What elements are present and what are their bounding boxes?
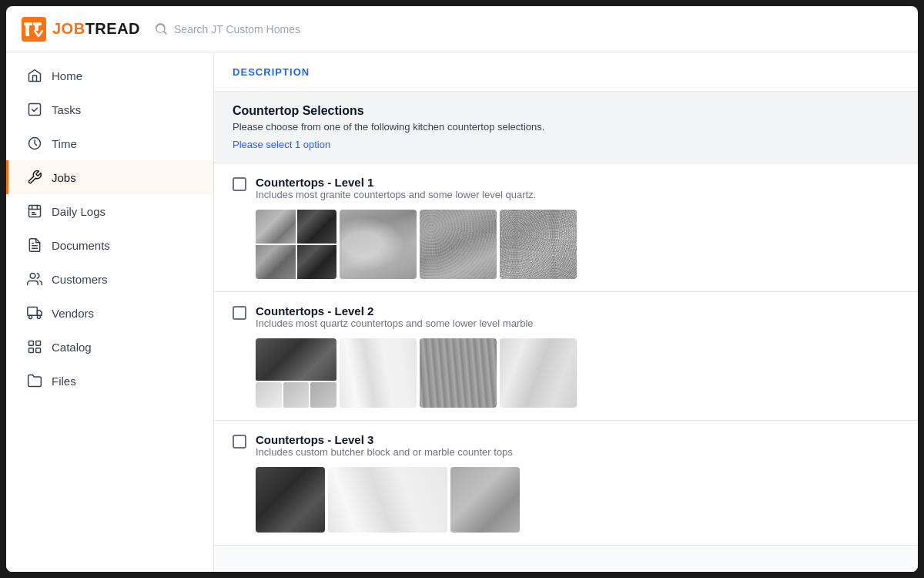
selection-section: Countertop Selections Please choose from…: [214, 92, 918, 163]
sidebar-item-catalog[interactable]: Catalog: [6, 330, 213, 364]
sidebar-label-files: Files: [52, 375, 76, 388]
svg-rect-15: [36, 341, 41, 346]
option-level3: Countertops - Level 3 Includes custom bu…: [214, 421, 918, 546]
marble3-image-3: [450, 467, 520, 533]
marble-image-2: [340, 338, 417, 408]
option-text-level1: Countertops - Level 1 Includes most gran…: [256, 176, 536, 200]
svg-rect-7: [29, 206, 41, 217]
documents-icon: [27, 237, 42, 253]
logo-text: JOBTREAD: [52, 20, 140, 38]
sidebar-label-tasks: Tasks: [52, 103, 81, 116]
sidebar-item-customers[interactable]: Customers: [6, 262, 213, 296]
image-grid-level3: [256, 467, 899, 533]
granite-image-4: [500, 210, 577, 279]
sidebar-label-catalog: Catalog: [52, 341, 92, 354]
granite-image-3: [420, 210, 497, 279]
sidebar-label-vendors: Vendors: [52, 307, 94, 320]
selection-subtitle: Please choose from one of the following …: [233, 121, 899, 133]
svg-rect-11: [28, 307, 38, 316]
option-desc-level3: Includes custom butcher block and or mar…: [256, 446, 513, 458]
svg-point-12: [29, 315, 32, 318]
content-header: DESCRIPTION: [214, 52, 918, 92]
sidebar-label-home: Home: [52, 69, 82, 82]
checkbox-level2[interactable]: [233, 306, 246, 320]
svg-rect-4: [33, 22, 42, 25]
sidebar-label-daily-logs: Daily Logs: [52, 205, 105, 218]
svg-rect-2: [24, 22, 32, 25]
sidebar-item-home[interactable]: Home: [6, 59, 213, 92]
logo-job: JOB: [52, 20, 85, 37]
option-title-level3: Countertops - Level 3: [256, 433, 513, 446]
svg-rect-0: [22, 17, 46, 42]
svg-rect-5: [29, 104, 41, 116]
catalog-icon: [27, 339, 42, 355]
time-icon: [27, 136, 42, 151]
option-desc-level2: Includes most quartz countertops and som…: [256, 318, 534, 329]
sidebar-item-vendors[interactable]: Vendors: [6, 296, 213, 330]
section-label: DESCRIPTION: [233, 66, 310, 78]
sidebar-item-documents[interactable]: Documents: [6, 228, 213, 262]
image-grid-level2: [256, 338, 899, 408]
logo: JOBTREAD: [22, 17, 140, 42]
svg-rect-17: [36, 348, 41, 353]
checkbox-level1[interactable]: [233, 177, 246, 191]
granite-image-1: [256, 210, 336, 279]
sidebar-label-jobs: Jobs: [52, 171, 76, 184]
option-text-level3: Countertops - Level 3 Includes custom bu…: [256, 433, 513, 458]
sidebar-item-jobs[interactable]: Jobs: [6, 160, 213, 194]
option-level1: Countertops - Level 1 Includes most gran…: [214, 163, 918, 292]
header: JOBTREAD Search JT Custom Homes: [6, 6, 918, 52]
svg-rect-16: [29, 348, 34, 353]
marble3-image-2: [328, 467, 447, 533]
option-title-level1: Countertops - Level 1: [256, 176, 536, 189]
search-bar[interactable]: Search JT Custom Homes: [156, 23, 902, 35]
option-title-level2: Countertops - Level 2: [256, 304, 534, 318]
svg-point-10: [30, 274, 35, 279]
daily-logs-icon: [27, 203, 42, 219]
svg-rect-14: [29, 341, 34, 346]
customers-icon: [27, 271, 42, 287]
tasks-icon: [27, 102, 42, 117]
select-prompt: Please select 1 option: [233, 139, 899, 150]
sidebar-item-tasks[interactable]: Tasks: [6, 92, 213, 126]
files-icon: [27, 373, 42, 388]
granite-image-2: [340, 210, 417, 279]
sidebar-item-time[interactable]: Time: [6, 126, 213, 160]
home-icon: [27, 68, 42, 83]
sidebar-item-files[interactable]: Files: [6, 364, 213, 398]
search-icon: [156, 23, 168, 35]
svg-point-13: [37, 315, 40, 318]
vendors-icon: [27, 305, 42, 321]
selection-title: Countertop Selections: [233, 104, 899, 118]
marble-image-1: [256, 338, 336, 408]
main-content: DESCRIPTION Countertop Selections Please…: [214, 52, 918, 572]
option-desc-level1: Includes most granite countertops and so…: [256, 189, 536, 200]
logo-tread: TREAD: [85, 20, 140, 37]
sidebar: Home Tasks Time: [6, 52, 214, 572]
search-placeholder: Search JT Custom Homes: [174, 23, 300, 35]
checkbox-level3[interactable]: [233, 435, 246, 449]
logo-icon: [22, 17, 46, 42]
option-level2: Countertops - Level 2 Includes most quar…: [214, 292, 918, 421]
option-text-level2: Countertops - Level 2 Includes most quar…: [256, 304, 534, 329]
sidebar-label-documents: Documents: [52, 239, 110, 252]
marble-image-4: [500, 338, 577, 408]
image-grid-level1: [256, 210, 899, 279]
marble-image-3: [420, 338, 497, 408]
marble3-image-1: [256, 467, 325, 533]
sidebar-item-daily-logs[interactable]: Daily Logs: [6, 194, 213, 228]
sidebar-label-customers: Customers: [52, 273, 108, 286]
main-layout: Home Tasks Time: [6, 52, 918, 572]
sidebar-label-time: Time: [52, 137, 77, 150]
jobs-icon: [27, 170, 42, 185]
